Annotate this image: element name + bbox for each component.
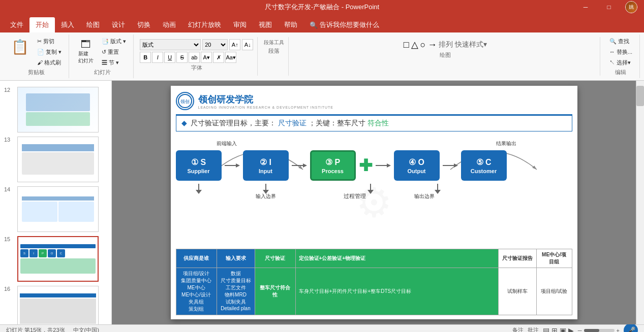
logo-sub-text: LEADING INNOVATION RESEARCH & DEVELOPMEN… [198,106,333,109]
comments-button[interactable]: 批注 [528,326,539,332]
supplier-item-3: ME中心 [179,284,213,291]
microphone-button[interactable]: 🎤 [624,323,638,333]
font-increase-button[interactable]: A↑ [229,39,240,50]
copy-button[interactable]: 📄 复制 ▾ [34,47,65,57]
ribbon-content: 📋 ✂ 剪切 📄 复制 ▾ 🖌 格式刷 剪贴板 🗔新建幻灯片 📑 版式 ▾ ↺ … [0,32,644,81]
char-spacing-button[interactable]: ab [189,52,200,63]
select-button[interactable]: ↖ 选择▾ [606,58,635,68]
cut-button[interactable]: ✂ 剪切 [34,37,65,46]
zoom-in-btn[interactable]: + [617,327,620,333]
tab-transitions[interactable]: 切换 [131,17,157,32]
clear-format-button[interactable]: ✗ [213,52,224,63]
font-family-select[interactable]: 版式 [140,39,201,50]
title-bar: 尺寸数字化开发-产敏融合 - PowerPoint ─ □ ✕ 姚 [0,0,644,14]
zoom-slider[interactable] [584,329,615,332]
reset-button[interactable]: ↺ 重置 [99,47,129,57]
sipoc-s-num: ① S [191,157,206,167]
user-avatar[interactable]: 姚 [619,0,644,14]
notes-button[interactable]: 备注 [512,326,524,332]
language-indicator: 中文(中国) [73,326,99,332]
minimize-button[interactable]: ─ [574,0,597,14]
font-decrease-button[interactable]: A↓ [242,39,253,50]
supplier-item-6: 策划组 [179,306,213,313]
replace-button[interactable]: ↔ 替换... [606,47,635,57]
layout-button[interactable]: 📑 版式 ▾ [99,37,129,46]
normal-view-btn[interactable]: ▤ [543,326,549,333]
font-color-button[interactable]: A▾ [201,52,212,63]
font-case-button[interactable]: Aa▾ [225,52,236,63]
clipboard-items: 📋 ✂ 剪切 📄 复制 ▾ 🖌 格式刷 [8,37,65,68]
tab-insert[interactable]: 插入 [55,17,80,32]
slide-img-12 [17,87,99,132]
new-slide-button[interactable]: 🗔新建幻灯片 [75,37,97,67]
tab-view[interactable]: 视图 [253,17,278,32]
title-main: 尺寸验证管理目标，主要： [191,119,276,127]
font-size-select[interactable]: 20 [202,39,228,50]
tab-draw[interactable]: 绘图 [80,17,106,32]
slide-thumb-12[interactable]: 12 [4,87,107,132]
cell-process-content2: 车身尺寸目标+开闭件尺寸目标+整车DTS尺寸目标 [295,268,498,315]
slide-num-13: 13 [4,137,14,143]
slide-thumb-16[interactable]: 16 [4,286,107,324]
slide-thumb-13[interactable]: 13 [4,137,107,182]
slide-sorter-btn[interactable]: ⊞ [551,326,558,333]
arrow-s-i [225,160,240,171]
scroll-thumb[interactable] [636,86,644,106]
slide-thumb-15[interactable]: 15 S I P O C [4,236,107,282]
supplier-item-5: 夹具组 [179,298,213,306]
canvas-area[interactable]: ⚙ 领创 领创研发学院 LEADING INNOVATION RESEARCH … [112,81,636,324]
input-item-1: 数据 [220,270,252,277]
find-button[interactable]: 🔍 查找 [606,37,635,46]
input-item-6: Detailed plan [220,306,252,311]
header-process-content: 定位验证+公差验证+物理验证 [295,249,498,268]
tab-file[interactable]: 文件 [4,17,29,32]
sipoc-diagram: 前端输入 结果输出 [176,139,572,246]
tab-review[interactable]: 审阅 [227,17,253,32]
cell-input: 数据 尺寸质量目标 工艺文件 物料MRD 试制夹具 Detailed plan [217,268,255,315]
italic-button[interactable]: I [152,52,163,63]
font-group: 版式 20 A↑ A↓ B I U S ab A▾ ✗ Aa▾ 字体 [136,37,258,76]
strikethrough-button[interactable]: S [176,52,188,63]
input-item-5: 试制夹具 [220,298,252,306]
tab-tell-me[interactable]: 🔍告诉我你想要做什么 [303,17,385,32]
svg-marker-11 [454,163,458,168]
section-button[interactable]: ☰ 节 ▾ [99,58,129,68]
input-item-2: 尺寸质量目标 [220,277,252,284]
zoom-out-btn[interactable]: ─ [578,327,582,333]
svg-marker-5 [236,163,240,168]
slide-num-16: 16 [4,286,14,292]
reading-view-btn[interactable]: ▣ [560,326,566,333]
vertical-scrollbar[interactable] [636,81,644,324]
sipoc-i-box: ② I Input [243,150,289,181]
input-item-4: 物料MRD [220,291,252,298]
main-area: 12 13 14 [0,81,644,324]
clipboard-label: 剪贴板 [28,69,45,76]
logo-main-text: 领创研发学院 [198,93,333,106]
table-data-row: 项目组/设计 集团质量中心 ME中心 ME中心/设计 夹具组 策划组 数据 尺寸… [176,268,572,315]
ribbon: 文件 开始 插入 绘图 设计 切换 动画 幻灯片放映 审阅 视图 帮助 🔍告诉我… [0,14,644,32]
slides-items: 🗔新建幻灯片 📑 版式 ▾ ↺ 重置 ☰ 节 ▾ [75,37,129,68]
title-middle: ；关键：整车尺寸 [309,119,365,127]
tab-design[interactable]: 设计 [106,17,131,32]
tab-help[interactable]: 帮助 [278,17,303,32]
sipoc-i-num: ② I [260,157,271,167]
maximize-button[interactable]: □ [597,0,621,14]
tab-home[interactable]: 开始 [29,17,55,32]
underline-button[interactable]: U [164,52,175,63]
cell-supplier: 项目组/设计 集团质量中心 ME中心 ME中心/设计 夹具组 策划组 [176,268,217,315]
slide-num-12: 12 [4,87,14,93]
paste-button[interactable]: 📋 [8,37,32,57]
bold-button[interactable]: B [140,52,151,63]
tab-slideshow[interactable]: 幻灯片放映 [182,17,227,32]
tab-animations[interactable]: 动画 [157,17,182,32]
sipoc-p-num: ③ P [325,157,340,167]
window-controls: ─ □ ✕ 姚 [574,0,644,14]
input-boundary-label2: 输入边界 [243,193,289,200]
paragraph-label: 段落 [268,47,280,55]
slide-thumb-14[interactable]: 14 [4,186,107,232]
slideshow-btn[interactable]: ▶ [568,326,574,333]
format-painter-button[interactable]: 🖌 格式刷 [34,58,65,68]
logo-text-block: 领创研发学院 LEADING INNOVATION RESEARCH & DEV… [198,93,333,109]
slide-info: 幻灯片 第15张，共23张 [6,326,65,332]
sipoc-s-label: Supplier [187,168,209,174]
